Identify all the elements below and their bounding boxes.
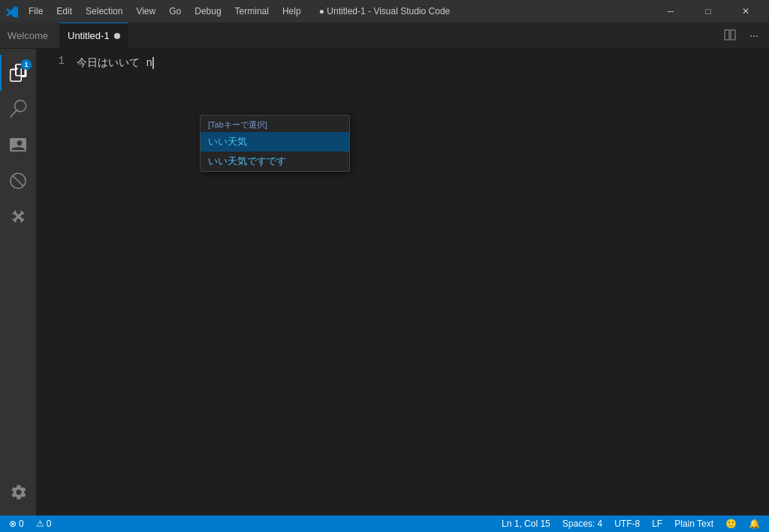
eol-text: LF <box>652 518 662 529</box>
status-bell[interactable]: 🔔 <box>746 518 763 529</box>
autocomplete-hint: [Tabキーで選択] <box>201 116 349 132</box>
maximize-button[interactable]: □ <box>691 0 725 23</box>
error-count: 0 <box>19 518 24 529</box>
activity-item-source-control[interactable] <box>0 127 36 163</box>
status-spaces[interactable]: Spaces: 4 <box>559 518 605 529</box>
menu-go[interactable]: Go <box>163 5 187 18</box>
menu-view[interactable]: View <box>130 5 161 18</box>
menu-file[interactable]: File <box>23 5 49 18</box>
title-bar-left: File Edit Selection View Go Debug Termin… <box>6 5 307 18</box>
vscode-icon <box>6 5 18 17</box>
status-errors[interactable]: ⊗ 0 <box>6 518 27 529</box>
error-icon: ⊗ <box>9 518 17 529</box>
status-language[interactable]: Plain Text <box>671 518 716 529</box>
tab-welcome[interactable]: Welcome <box>0 23 60 48</box>
status-line-col[interactable]: Ln 1, Col 15 <box>499 518 553 529</box>
autocomplete-dropdown[interactable]: [Tabキーで選択] いい天気 いい天気ですです <box>200 115 350 172</box>
menu-terminal[interactable]: Terminal <box>229 5 275 18</box>
menu-help[interactable]: Help <box>276 5 307 18</box>
status-bar-right: Ln 1, Col 15 Spaces: 4 UTF-8 LF Plain Te… <box>499 518 763 529</box>
svg-rect-0 <box>725 30 729 40</box>
tab-untitled1-label: Untitled-1 <box>68 30 110 41</box>
more-actions-button[interactable]: ··· <box>743 25 764 46</box>
activity-bar: 1 <box>0 49 36 515</box>
warning-icon: ⚠ <box>36 518 44 529</box>
activity-item-explorer[interactable]: 1 <box>0 55 36 91</box>
warning-count: 0 <box>47 518 52 529</box>
split-editor-button[interactable] <box>719 25 740 46</box>
editor-area[interactable]: 1 今日はいいて n [Tabキーで選択] いい天気 いい天気ですです <box>36 49 769 515</box>
text-cursor <box>152 57 154 69</box>
window-controls: ─ □ ✕ <box>653 0 763 23</box>
tab-welcome-label: Welcome <box>8 30 48 41</box>
status-smiley[interactable]: 🙂 <box>722 518 740 529</box>
svg-rect-1 <box>731 30 735 40</box>
status-bar: ⊗ 0 ⚠ 0 Ln 1, Col 15 Spaces: 4 UTF-8 LF … <box>0 515 769 532</box>
tab-untitled1[interactable]: Untitled-1 <box>60 23 128 48</box>
status-encoding[interactable]: UTF-8 <box>611 518 643 529</box>
window-title: ● Untitled-1 - Visual Studio Code <box>319 6 450 17</box>
menu-debug[interactable]: Debug <box>188 5 227 18</box>
close-button[interactable]: ✕ <box>728 0 763 23</box>
line-col-text: Ln 1, Col 15 <box>502 518 550 529</box>
status-eol[interactable]: LF <box>649 518 665 529</box>
encoding-text: UTF-8 <box>614 518 640 529</box>
code-text: 今日はいいて n <box>77 56 152 70</box>
menu-edit[interactable]: Edit <box>50 5 78 18</box>
code-area[interactable]: 今日はいいて n <box>74 55 769 71</box>
activity-item-debug[interactable] <box>0 163 36 199</box>
main-layout: 1 <box>0 49 769 515</box>
status-warnings[interactable]: ⚠ 0 <box>33 518 55 529</box>
status-bar-left: ⊗ 0 ⚠ 0 <box>6 518 54 529</box>
editor-content: 1 今日はいいて n <box>36 49 769 71</box>
language-text: Plain Text <box>674 518 713 529</box>
autocomplete-item-1[interactable]: いい天気 <box>201 132 349 152</box>
svg-line-3 <box>13 176 23 186</box>
activity-item-search[interactable] <box>0 91 36 127</box>
title-bar: File Edit Selection View Go Debug Termin… <box>0 0 769 23</box>
editor-scrollbar[interactable] <box>758 49 769 515</box>
menu-selection[interactable]: Selection <box>80 5 128 18</box>
activity-item-extensions[interactable] <box>0 199 36 235</box>
spaces-text: Spaces: 4 <box>562 518 602 529</box>
explorer-badge: 1 <box>21 59 32 70</box>
tab-actions: ··· <box>719 23 769 48</box>
minimize-button[interactable]: ─ <box>653 0 688 23</box>
activity-item-settings[interactable] <box>0 473 36 509</box>
autocomplete-item-2[interactable]: いい天気ですです <box>201 152 349 171</box>
smiley-icon: 🙂 <box>725 518 737 529</box>
tab-bar: Welcome Untitled-1 ··· <box>0 23 769 49</box>
line-numbers: 1 <box>36 55 74 71</box>
code-line-1: 今日はいいて n <box>77 55 769 71</box>
line-number-1: 1 <box>36 55 65 67</box>
bell-icon: 🔔 <box>749 518 760 529</box>
menu-bar: File Edit Selection View Go Debug Termin… <box>23 5 307 18</box>
tab-modified-indicator <box>114 33 120 39</box>
